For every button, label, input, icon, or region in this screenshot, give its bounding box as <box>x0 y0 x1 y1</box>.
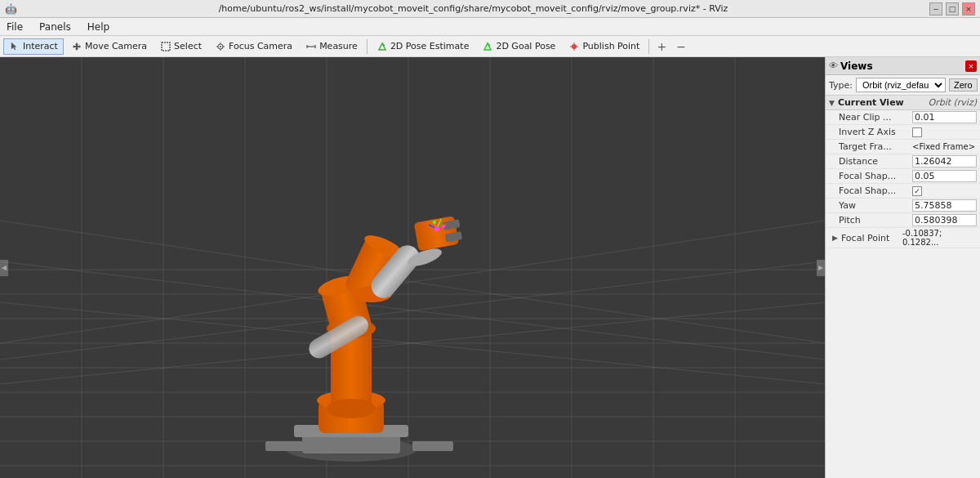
main-area: .grid-line { stroke: rgba(160,160,160,0.… <box>0 57 980 478</box>
close-button[interactable]: × <box>962 2 975 16</box>
focal-shape-fit-checkbox[interactable] <box>912 186 922 196</box>
type-label: Type: <box>829 80 853 91</box>
measure-label: Measure <box>319 41 358 51</box>
prop-focal-shape-fit: Focal Shap... <box>826 184 980 199</box>
focus-camera-label: Focus Camera <box>229 41 292 51</box>
menu-help[interactable]: Help <box>84 20 113 34</box>
toolbar-remove[interactable]: − <box>672 39 690 54</box>
toolbar-separator-1 <box>367 39 368 54</box>
svg-marker-0 <box>73 42 81 51</box>
toolbar-focus-camera[interactable]: Focus Camera <box>209 38 298 55</box>
near-clip-label: Near Clip ... <box>839 112 912 123</box>
cursor-icon <box>9 41 20 52</box>
menubar: File Panels Help <box>0 18 980 36</box>
svg-point-67 <box>433 221 436 224</box>
menu-file[interactable]: File <box>3 20 26 34</box>
focal-point-label: Focal Point <box>841 233 902 243</box>
toolbar-move-camera[interactable]: Move Camera <box>65 38 153 55</box>
toolbar-select[interactable]: Select <box>154 38 207 55</box>
prop-invert-z: Invert Z Axis <box>826 125 980 140</box>
svg-rect-46 <box>412 441 453 451</box>
titlebar-icon: 🤖 <box>5 3 17 15</box>
prop-target-frame: Target Fra... <Fixed Frame> <box>826 140 980 154</box>
svg-point-50 <box>327 399 376 418</box>
svg-point-3 <box>220 46 221 47</box>
focal-shape-size-value[interactable]: 0.05 <box>912 170 977 182</box>
invert-z-checkbox[interactable] <box>912 127 922 137</box>
pose-estimate-icon <box>376 41 388 52</box>
prop-focal-shape-size: Focal Shap... 0.05 <box>826 169 980 184</box>
views-close-button[interactable]: × <box>965 60 977 72</box>
current-view-label: Current View <box>838 97 925 108</box>
toolbar-measure[interactable]: Measure <box>300 38 363 55</box>
toolbar-add[interactable]: + <box>653 39 670 54</box>
viewport[interactable]: .grid-line { stroke: rgba(160,160,160,0.… <box>0 57 825 478</box>
yaw-value[interactable]: 5.75858 <box>912 199 977 212</box>
svg-marker-11 <box>379 43 385 50</box>
prop-pitch: Pitch 0.580398 <box>826 213 980 228</box>
robot-arm <box>188 123 531 474</box>
section-expand-arrow[interactable]: ▼ <box>829 99 835 107</box>
type-row: Type: Orbit (rviz_defau Zero <box>826 75 980 96</box>
focal-point-expand[interactable]: ▶ <box>832 234 838 242</box>
left-arrow-handle[interactable]: ◀ <box>0 260 8 276</box>
move-camera-label: Move Camera <box>85 41 147 51</box>
restore-button[interactable]: □ <box>946 2 959 16</box>
pose-estimate-label: 2D Pose Estimate <box>390 41 470 51</box>
views-icon: 👁 <box>829 60 838 71</box>
distance-value[interactable]: 1.26042 <box>912 155 977 168</box>
yaw-label: Yaw <box>839 200 912 211</box>
target-frame-value[interactable]: <Fixed Frame> <box>912 142 977 151</box>
publish-point-label: Publish Point <box>582 41 639 51</box>
svg-point-65 <box>434 226 439 231</box>
titlebar: 🤖 /home/ubuntu/ros2_ws/install/mycobot_m… <box>0 0 980 18</box>
select-label: Select <box>174 41 202 51</box>
focal-point-value: -0.10837; 0.1282... <box>902 229 977 247</box>
current-view-type: Orbit (rviz) <box>929 97 977 108</box>
right-panel: 👁 Views × Type: Orbit (rviz_defau Zero ▼… <box>825 57 980 478</box>
toolbar-goal-pose[interactable]: 2D Goal Pose <box>476 38 561 55</box>
target-frame-label: Target Fra... <box>839 141 912 152</box>
measure-icon <box>305 41 317 52</box>
titlebar-controls: − □ × <box>929 2 975 16</box>
toolbar-publish-point[interactable]: Publish Point <box>563 38 645 55</box>
prop-yaw: Yaw 5.75858 <box>826 199 980 213</box>
views-title: Views <box>840 60 965 72</box>
move-icon <box>71 41 82 52</box>
near-clip-value[interactable]: 0.01 <box>912 111 977 123</box>
invert-z-label: Invert Z Axis <box>839 127 912 137</box>
svg-rect-45 <box>265 441 306 451</box>
prop-near-clip: Near Clip ... 0.01 <box>826 110 980 125</box>
svg-rect-1 <box>162 42 170 51</box>
toolbar: Interact Move Camera Select Focus Camera… <box>0 36 980 57</box>
views-header: 👁 Views × <box>826 57 980 75</box>
toolbar-pose-estimate[interactable]: 2D Pose Estimate <box>371 38 475 55</box>
svg-marker-13 <box>484 43 491 50</box>
goal-pose-label: 2D Goal Pose <box>496 41 555 51</box>
interact-label: Interact <box>23 41 58 51</box>
menu-panels[interactable]: Panels <box>36 20 74 34</box>
zero-button[interactable]: Zero <box>949 78 978 92</box>
focal-shape-fit-label: Focal Shap... <box>839 185 912 196</box>
current-view-header: ▼ Current View Orbit (rviz) <box>826 96 980 110</box>
distance-label: Distance <box>839 156 912 167</box>
toolbar-interact[interactable]: Interact <box>3 38 64 55</box>
focus-icon <box>215 41 226 52</box>
pitch-value[interactable]: 0.580398 <box>912 214 977 226</box>
minimize-button[interactable]: − <box>929 2 942 16</box>
prop-distance: Distance 1.26042 <box>826 154 980 169</box>
prop-focal-point: ▶ Focal Point -0.10837; 0.1282... <box>826 228 980 248</box>
publish-point-icon <box>568 41 580 52</box>
right-arrow-handle[interactable]: ▶ <box>817 260 825 276</box>
titlebar-title: /home/ubuntu/ros2_ws/install/mycobot_mov… <box>17 3 929 14</box>
goal-pose-icon <box>482 41 493 52</box>
pitch-label: Pitch <box>839 215 912 226</box>
type-select[interactable]: Orbit (rviz_defau <box>856 78 946 92</box>
current-view-section: ▼ Current View Orbit (rviz) Near Clip ..… <box>826 96 980 248</box>
svg-point-66 <box>442 225 445 228</box>
focal-shape-size-label: Focal Shap... <box>839 171 912 181</box>
select-icon <box>160 41 172 52</box>
toolbar-separator-2 <box>648 39 649 54</box>
